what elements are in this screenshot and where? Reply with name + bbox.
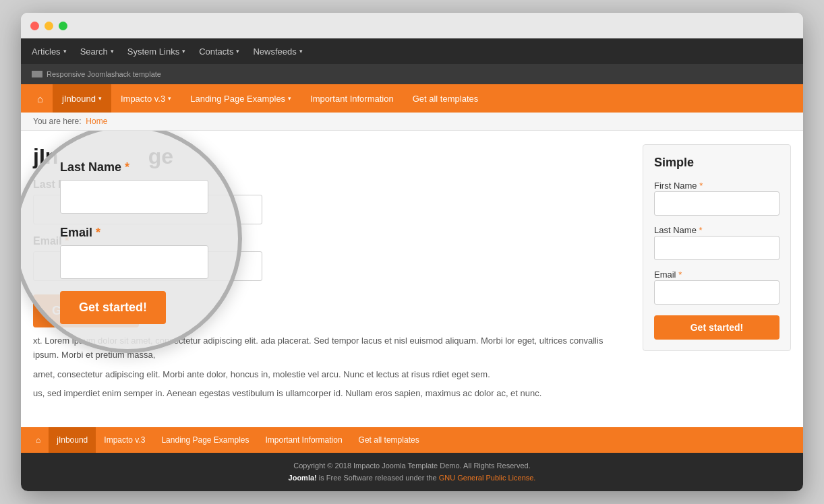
footer-nav-home[interactable]: ⌂ bbox=[28, 427, 49, 453]
logo-bar: Responsive Joomlashack template bbox=[21, 64, 803, 84]
left-panel: jIn ge Last Name * Email * Get bbox=[33, 144, 629, 414]
email-input[interactable] bbox=[33, 251, 262, 281]
content-area: jIn ge Last Name * Email * Get bbox=[21, 131, 803, 427]
minimize-button[interactable] bbox=[45, 22, 53, 30]
footer-nav-templates[interactable]: Get all templates bbox=[351, 427, 428, 453]
right-sidebar: Simple First Name * Last Name * Email * … bbox=[643, 144, 791, 351]
sidebar-email-input[interactable] bbox=[654, 280, 779, 305]
browser-window: Articles ▾ Search ▾ System Links ▾ Conta… bbox=[21, 13, 803, 491]
chevron-down-icon: ▾ bbox=[98, 95, 102, 102]
body-text-3: us, sed imperdiet enim semper in. Aenean… bbox=[33, 387, 629, 401]
body-text-2: amet, consectetur adipiscing elit. Morbi… bbox=[33, 368, 629, 382]
last-name-input[interactable] bbox=[33, 195, 262, 224]
footer-copyright: Copyright © 2018 Impacto Joomla Template… bbox=[28, 460, 796, 472]
license-link[interactable]: GNU General Public License. bbox=[439, 474, 536, 482]
footer-orange-nav: ⌂ jInbound Impacto v.3 Landing Page Exam… bbox=[21, 427, 803, 453]
sidebar-first-name-input[interactable] bbox=[654, 191, 779, 216]
footer-license: Joomla! is Free Software released under … bbox=[28, 472, 796, 484]
required-marker: * bbox=[90, 179, 94, 190]
footer-nav-impacto[interactable]: Impacto v.3 bbox=[96, 427, 153, 453]
orange-nav-impacto[interactable]: Impacto v.3 ▾ bbox=[111, 84, 181, 113]
sidebar-title: Simple bbox=[654, 156, 779, 170]
last-name-label: Last Name * bbox=[33, 179, 629, 191]
logo-text: Responsive Joomlashack template bbox=[32, 70, 161, 78]
sidebar-get-started-button[interactable]: Get started! bbox=[654, 315, 779, 340]
footer-nav-jinbound[interactable]: jInbound bbox=[49, 427, 96, 453]
get-started-button[interactable]: Get started! bbox=[33, 294, 139, 327]
sidebar-first-name-label: First Name * bbox=[654, 181, 703, 191]
top-nav: Articles ▾ Search ▾ System Links ▾ Conta… bbox=[21, 38, 803, 64]
chevron-down-icon: ▾ bbox=[111, 48, 114, 55]
logo-icon bbox=[32, 71, 42, 77]
email-label: Email * bbox=[33, 235, 629, 247]
orange-nav-home[interactable]: ⌂ bbox=[28, 84, 53, 113]
home-icon: ⌂ bbox=[37, 93, 43, 104]
orange-nav-landing[interactable]: Landing Page Examples ▾ bbox=[181, 84, 301, 113]
top-nav-articles[interactable]: Articles ▾ bbox=[32, 46, 67, 57]
home-icon: ⌂ bbox=[36, 435, 40, 445]
title-bar bbox=[21, 13, 803, 38]
chevron-down-icon: ▾ bbox=[182, 48, 185, 55]
footer-dark: Copyright © 2018 Impacto Joomla Template… bbox=[21, 453, 803, 491]
top-nav-search[interactable]: Search ▾ bbox=[80, 46, 114, 57]
chevron-down-icon: ▾ bbox=[236, 48, 239, 55]
page-title: jIn ge bbox=[33, 144, 629, 169]
body-text-1: xt. Lorem ipsum dolor sit amet, consecte… bbox=[33, 334, 629, 363]
main-content: jIn ge Last Name * Email * Get bbox=[21, 131, 803, 491]
orange-nav-templates[interactable]: Get all templates bbox=[403, 84, 488, 113]
maximize-button[interactable] bbox=[59, 22, 67, 30]
chevron-down-icon: ▾ bbox=[288, 95, 291, 102]
breadcrumb-home-link[interactable]: Home bbox=[86, 117, 107, 126]
orange-nav-important[interactable]: Important Information bbox=[301, 84, 403, 113]
close-button[interactable] bbox=[30, 22, 39, 30]
sidebar-last-name-label: Last Name * bbox=[654, 225, 703, 235]
orange-nav-jinbound[interactable]: jInbound ▾ bbox=[53, 84, 111, 113]
footer-nav-landing[interactable]: Landing Page Examples bbox=[153, 427, 257, 453]
sidebar-email-label: Email * bbox=[654, 270, 682, 280]
chevron-down-icon: ▾ bbox=[63, 48, 67, 55]
required-marker: * bbox=[65, 235, 69, 247]
breadcrumb: You are here: Home bbox=[21, 113, 803, 131]
footer-nav-important[interactable]: Important Information bbox=[258, 427, 351, 453]
chevron-down-icon: ▾ bbox=[168, 95, 171, 102]
form-section: Last Name * Email * Get started! bbox=[33, 179, 629, 327]
top-nav-newsfeeds[interactable]: Newsfeeds ▾ bbox=[253, 46, 302, 57]
sidebar-last-name-input[interactable] bbox=[654, 236, 779, 260]
top-nav-contacts[interactable]: Contacts ▾ bbox=[199, 46, 239, 57]
top-nav-system-links[interactable]: System Links ▾ bbox=[127, 46, 185, 57]
orange-nav: ⌂ jInbound ▾ Impacto v.3 ▾ Landing Page … bbox=[21, 84, 803, 113]
chevron-down-icon: ▾ bbox=[299, 48, 303, 55]
